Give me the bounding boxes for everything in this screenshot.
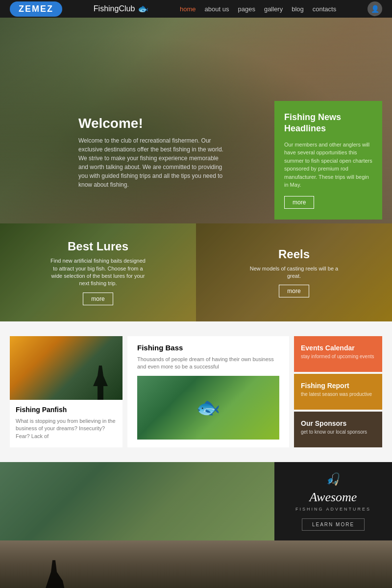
top-bar: ZEMEZ FishingClub 🐟 home about us pages … <box>0 0 392 18</box>
news-title: Fishing News Headlines <box>284 112 372 135</box>
news-more-button[interactable]: more <box>284 196 314 209</box>
fish-icon: 🐟 <box>138 3 148 14</box>
adventures-photo <box>0 462 274 540</box>
news-box: Fishing News Headlines Our members and o… <box>274 101 382 220</box>
hero-section: Welcome! Welcome to the club of recreati… <box>0 18 392 223</box>
reels-more-button[interactable]: more <box>279 285 309 297</box>
user-icon[interactable]: 👤 <box>368 1 382 16</box>
learn-more-button[interactable]: LEARN MORE <box>302 518 365 531</box>
nav-home[interactable]: home <box>180 5 196 13</box>
welcome-box: Welcome! Welcome to the club of recreati… <box>78 116 225 189</box>
fishing-bass-description: Thousands of people dream of having thei… <box>137 356 279 371</box>
fishing-bass-image: 🐟 <box>137 376 279 440</box>
nav-about[interactable]: about us <box>205 5 229 13</box>
our-sponsors-subtitle: get to know our local sponsors <box>301 429 375 435</box>
lures-description: Find new artificial fishing baits design… <box>49 257 147 288</box>
awesome-title: Awesome <box>310 490 357 505</box>
products-row: Best Lures Find new artificial fishing b… <box>0 223 392 321</box>
nav-pages[interactable]: pages <box>238 5 255 13</box>
main-nav: home about us pages gallery blog contact… <box>180 5 336 13</box>
nav-gallery[interactable]: gallery <box>264 5 283 13</box>
fisherman-silhouette <box>93 366 108 400</box>
fishing-report-widget[interactable]: Fishing Report the latest season was pro… <box>294 374 382 410</box>
lures-card: Best Lures Find new artificial fishing b… <box>0 223 196 321</box>
fish-trophy-icon: 🎣 <box>326 472 341 486</box>
reels-card: Reels New models of casting reels will b… <box>196 223 392 321</box>
reels-title: Reels <box>245 247 343 261</box>
zemez-logo[interactable]: ZEMEZ <box>10 1 62 17</box>
fish-emoji: 🐟 <box>196 396 220 419</box>
fishing-report-title: Fishing Report <box>301 382 375 390</box>
couple-photo-overlay <box>0 462 274 540</box>
lures-content: Best Lures Find new artificial fishing b… <box>49 240 147 305</box>
our-sponsors-widget[interactable]: Our Sponsors get to know our local spons… <box>294 412 382 447</box>
our-sponsors-title: Our Sponsors <box>301 419 375 427</box>
reels-description: New models of casting reels will be a gr… <box>245 265 343 280</box>
events-calendar-title: Events Calendar <box>301 344 375 352</box>
nav-blog[interactable]: blog <box>292 5 304 13</box>
nav-contacts[interactable]: contacts <box>313 5 336 13</box>
adventures-text-box: 🎣 Awesome FISHING ADVENTURES LEARN MORE <box>274 462 392 540</box>
site-name: FishingClub <box>94 4 135 13</box>
events-calendar-widget[interactable]: Events Calendar stay informed of upcomin… <box>294 336 382 372</box>
video-section: ▶ Video Lessons <box>0 540 392 588</box>
adventures-section: 🎣 Awesome FISHING ADVENTURES LEARN MORE <box>0 462 392 540</box>
fishing-report-subtitle: the latest season was productive <box>301 392 375 397</box>
fishing-adventures-subtitle: FISHING ADVENTURES <box>295 507 371 512</box>
fishing-bass-title: Fishing Bass <box>137 336 279 352</box>
events-calendar-subtitle: stay informed of upcoming events <box>301 354 375 359</box>
news-text: Our members and other anglers will have … <box>284 141 372 189</box>
fishing-panfish-title: Fishing Panfish <box>10 406 122 414</box>
welcome-title: Welcome! <box>78 116 225 131</box>
middle-section: Fishing Panfish What is stopping you fro… <box>0 321 392 462</box>
user-avatar-icon: 👤 <box>371 5 379 13</box>
reels-content: Reels New models of casting reels will b… <box>245 247 343 298</box>
lures-title: Best Lures <box>49 240 147 253</box>
fishing-bass-card: Fishing Bass Thousands of people dream o… <box>127 336 289 447</box>
fishing-panfish-image <box>10 336 122 400</box>
right-widgets: Events Calendar stay informed of upcomin… <box>294 336 382 447</box>
fishing-panfish-card: Fishing Panfish What is stopping you fro… <box>10 336 122 447</box>
welcome-text: Welcome to the club of recreational fish… <box>78 136 225 189</box>
site-title: FishingClub 🐟 <box>94 3 148 14</box>
lures-more-button[interactable]: more <box>83 293 113 305</box>
fishing-panfish-description: What is stopping you from believing in t… <box>10 417 122 440</box>
